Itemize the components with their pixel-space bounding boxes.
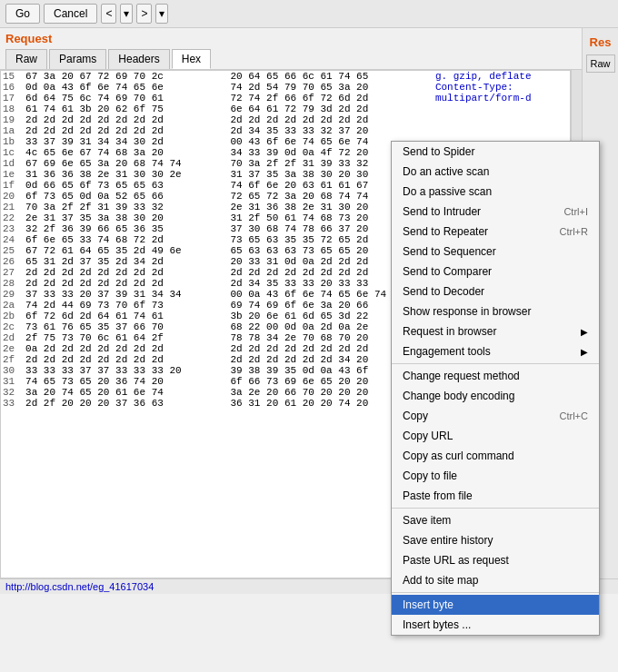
menu-item-label: Send to Spider (403, 145, 474, 158)
row-number: 25 (1, 245, 24, 256)
row-bytes: 2d 2d 2d 2d 2d 2d 2d 2d (24, 354, 228, 365)
menu-item[interactable]: Save entire history (392, 530, 599, 550)
back-button[interactable]: < (101, 4, 116, 24)
menu-item-label: Show response in browser (403, 305, 531, 318)
row-number: 1f (1, 180, 24, 191)
menu-item[interactable]: Send to IntruderCtrl+I (392, 202, 599, 222)
go-button[interactable]: Go (5, 4, 40, 24)
menu-item-label: Send to Intruder (403, 205, 481, 218)
menu-separator (392, 508, 599, 509)
row-bytes: 2d 2d 2d 2d 2d 2d 2d 2d (24, 114, 228, 125)
tab-hex[interactable]: Hex (172, 49, 211, 69)
menu-item[interactable]: Insert byte (392, 595, 599, 615)
menu-item[interactable]: Send to Comparer (392, 262, 599, 282)
menu-item[interactable]: Do an active scan (392, 162, 599, 182)
toolbar: Go Cancel < ▾ > ▾ (0, 0, 618, 28)
menu-item[interactable]: Copy as curl command (392, 446, 599, 466)
row-bytes: 61 74 61 3b 20 62 6f 75 (24, 104, 228, 114)
menu-item[interactable]: Do a passive scan (392, 182, 599, 202)
menu-item-label: Engagement tools (403, 345, 491, 358)
menu-item[interactable]: Paste from file (392, 486, 599, 506)
row-bytes: 4c 65 6e 67 74 68 3a 20 (24, 147, 228, 158)
row-number: 26 (1, 256, 24, 267)
row-bytes: 2e 31 37 35 3a 38 30 20 (24, 212, 228, 223)
menu-item[interactable]: Request in browser▶ (392, 321, 599, 341)
row-number: 1a (1, 125, 24, 136)
menu-item[interactable]: Show response in browser (392, 301, 599, 321)
row-number: 31 (1, 376, 24, 387)
row-number: 24 (1, 234, 24, 245)
menu-item[interactable]: Save item (392, 510, 599, 530)
row-text: multipart/form-d (434, 93, 570, 104)
menu-item-shortcut: Ctrl+C (560, 410, 588, 421)
tab-params[interactable]: Params (49, 49, 106, 69)
menu-item-label: Change request method (403, 370, 520, 382)
row-bytes: 6f 72 6d 2d 64 61 74 61 (24, 311, 228, 321)
menu-item[interactable]: Insert bytes ... (392, 615, 599, 635)
row-number: 28 (1, 278, 24, 289)
menu-item[interactable]: Send to Spider (392, 142, 599, 162)
menu-item-label: Insert bytes ... (403, 618, 471, 631)
row-bytes: 67 3a 20 67 72 69 70 2c (24, 71, 228, 82)
table-row: 192d 2d 2d 2d 2d 2d 2d 2d2d 2d 2d 2d 2d … (1, 114, 570, 125)
menu-item-shortcut: Ctrl+I (563, 206, 588, 217)
menu-item-label: Copy as curl command (403, 450, 514, 462)
menu-item-label: Send to Sequencer (403, 245, 496, 258)
context-menu: Send to SpiderDo an active scanDo a pass… (391, 141, 600, 636)
row-number: 1e (1, 169, 24, 180)
menu-item-label: Save item (403, 514, 451, 527)
menu-item[interactable]: Change body encoding (392, 386, 599, 406)
row-number: 29 (1, 289, 24, 300)
cancel-button[interactable]: Cancel (44, 4, 97, 24)
menu-item[interactable]: Send to Sequencer (392, 242, 599, 262)
row-bytes: 2d 2f 20 20 20 37 36 63 (24, 398, 228, 409)
menu-item-label: Send to Decoder (403, 285, 484, 298)
row-text: Content-Type: (434, 82, 570, 93)
row-number: 19 (1, 114, 24, 125)
menu-separator (392, 363, 599, 364)
row-number: 33 (1, 398, 24, 409)
menu-item[interactable]: Change request method (392, 366, 599, 386)
menu-item-label: Insert byte (403, 598, 454, 611)
forward-button[interactable]: > (136, 4, 152, 24)
menu-item[interactable]: Copy to file (392, 466, 599, 486)
row-bytes: 0a 2d 2d 2d 2d 2d 2d 2d (24, 343, 228, 354)
row-bytes2: 72 74 2f 66 6f 72 6d 2d (228, 93, 433, 104)
row-bytes2: 2d 34 35 33 33 32 37 20 (228, 125, 433, 136)
back-dropdown-button[interactable]: ▾ (120, 4, 133, 24)
tab-response-raw[interactable]: Raw (586, 54, 615, 73)
menu-item-label: Request in browser (403, 325, 496, 338)
table-row: 160d 0a 43 6f 6e 74 65 6e74 2d 54 79 70 … (1, 82, 570, 93)
row-number: 2d (1, 332, 24, 343)
menu-item[interactable]: Send to RepeaterCtrl+R (392, 222, 599, 242)
menu-item-label: Send to Comparer (403, 265, 492, 278)
table-row: 1a2d 2d 2d 2d 2d 2d 2d 2d2d 34 35 33 33 … (1, 125, 570, 136)
menu-item[interactable]: Engagement tools▶ (392, 341, 599, 361)
menu-item-label: Save entire history (403, 534, 493, 547)
row-number: 2c (1, 321, 24, 332)
row-text (434, 125, 570, 136)
table-row: 1567 3a 20 67 72 69 70 2c20 64 65 66 6c … (1, 71, 570, 82)
row-number: 2e (1, 343, 24, 354)
row-bytes: 2d 2d 2d 2d 2d 2d 2d 2d (24, 125, 228, 136)
tab-headers[interactable]: Headers (108, 49, 169, 69)
menu-item[interactable]: Copy URL (392, 426, 599, 446)
forward-dropdown-button[interactable]: ▾ (155, 4, 168, 24)
menu-item[interactable]: CopyCtrl+C (392, 406, 599, 426)
row-bytes2: 20 64 65 66 6c 61 74 65 (228, 71, 433, 82)
row-bytes: 67 72 61 64 65 35 2d 49 6e (24, 245, 228, 256)
menu-item-label: Change body encoding (403, 390, 514, 402)
row-bytes: 2f 75 73 70 6c 61 64 2f (24, 332, 228, 343)
tab-raw[interactable]: Raw (5, 49, 47, 69)
row-text (434, 114, 570, 125)
menu-item[interactable]: Add to site map (392, 570, 599, 590)
row-bytes: 0d 0a 43 6f 6e 74 65 6e (24, 82, 228, 93)
menu-item-label: Send to Repeater (403, 225, 488, 238)
menu-item[interactable]: Send to Decoder (392, 282, 599, 301)
row-number: 17 (1, 93, 24, 104)
menu-item-shortcut: Ctrl+R (560, 226, 588, 237)
row-number: 1d (1, 158, 24, 169)
row-bytes2: 6e 64 61 72 79 3d 2d 2d (228, 104, 433, 114)
menu-item[interactable]: Paste URL as request (392, 550, 599, 570)
menu-item-label: Copy to file (403, 469, 457, 482)
